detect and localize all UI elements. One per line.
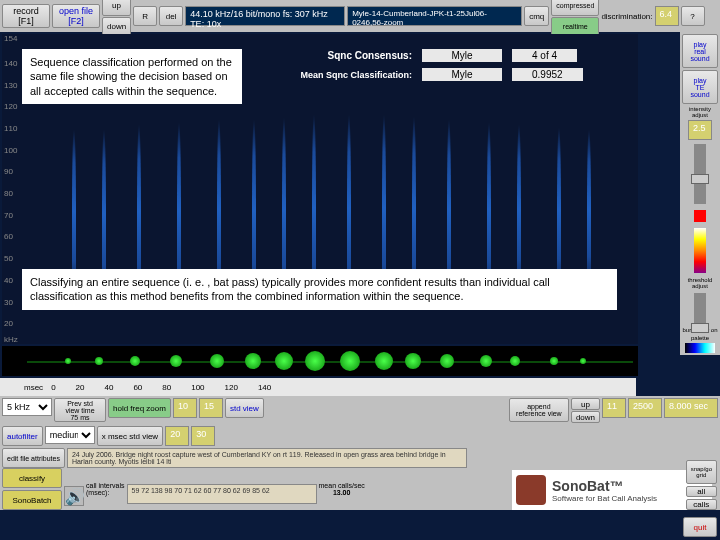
mean-calls-value: 13.00 — [333, 489, 351, 496]
xax-tick: 60 — [133, 383, 142, 392]
record-button[interactable]: record [F1] — [2, 4, 50, 28]
mean-class-label: Mean Sqnc Classification: — [262, 70, 412, 80]
top-toolbar: record [F1] open file [F2] up down R del… — [0, 0, 720, 32]
mean-class-value: Myle — [422, 68, 502, 81]
append-ref-button[interactable]: append reference view — [509, 398, 569, 422]
medium-select[interactable]: medium — [45, 426, 95, 444]
pulse — [305, 351, 325, 371]
std-view-button[interactable]: std view — [225, 398, 264, 418]
call-intervals-value: 59 72 138 98 70 71 62 60 77 80 62 69 85 … — [127, 484, 317, 504]
compressed-button[interactable]: compressed — [551, 0, 599, 16]
pulse — [375, 352, 393, 370]
pulse — [245, 353, 261, 369]
annotation-2: Classifying an entire sequence (i. e. , … — [22, 269, 617, 310]
val-2500: 2500 — [628, 398, 662, 418]
pulse — [95, 357, 103, 365]
cmq-button[interactable]: cmq — [524, 6, 549, 26]
spectrogram[interactable]: 154 140 130 120 110 100 90 80 70 60 50 4… — [2, 34, 638, 344]
threshold-colorbar — [694, 228, 706, 273]
pulse — [210, 354, 224, 368]
file-attributes: 24 July 2006. Bridge night roost capture… — [67, 448, 467, 468]
calls-button[interactable]: calls — [686, 499, 717, 510]
up2-button[interactable]: up — [571, 398, 600, 410]
y-axis: 154 140 130 120 110 100 90 80 70 60 50 4… — [2, 34, 24, 344]
val-30[interactable]: 30 — [191, 426, 215, 446]
sqnc-consensus-value: Myle — [422, 49, 502, 62]
discrim-value: 6.4 — [655, 6, 679, 26]
x-axis: msec 0 20 40 60 80 100 120 140 — [0, 378, 636, 396]
speaker-icon[interactable]: 🔊 — [64, 486, 84, 506]
val-20[interactable]: 20 — [165, 426, 189, 446]
palette-label: palette — [682, 335, 718, 341]
sonobat-icon — [516, 475, 546, 505]
val-15[interactable]: 15 — [199, 398, 223, 418]
yax-tick: 140 — [4, 59, 17, 68]
sonobat-tagline: Software for Bat Call Analysis — [552, 494, 657, 503]
yax-tick: 20 — [4, 319, 13, 328]
help-button[interactable]: ? — [681, 6, 705, 26]
xax-tick: 120 — [225, 383, 238, 392]
pulse — [440, 354, 454, 368]
up-button[interactable]: up — [102, 0, 131, 16]
pulse — [580, 358, 586, 364]
pulse — [65, 358, 71, 364]
xax-tick: 80 — [162, 383, 171, 392]
bottom-toolbar-1: 5 kHz Prev std view time 75 ms hold freq… — [0, 396, 720, 426]
sqnc-consensus-count: 4 of 4 — [512, 49, 577, 62]
bat-call — [557, 127, 561, 292]
del-button[interactable]: del — [159, 6, 183, 26]
pulse — [405, 353, 421, 369]
open-file-button[interactable]: open file [F2] — [52, 4, 100, 28]
mean-calls-label: mean calls/sec — [319, 482, 365, 489]
val-10[interactable]: 10 — [173, 398, 197, 418]
sonobat-name: SonoBat™ — [552, 478, 657, 494]
yax-tick: 30 — [4, 298, 13, 307]
pulse — [275, 352, 293, 370]
yax-tick: 110 — [4, 124, 17, 133]
amplitude-view[interactable] — [2, 346, 638, 376]
classify-button[interactable]: classify — [2, 468, 62, 488]
down2-button[interactable]: down — [571, 411, 600, 423]
intensity-slider[interactable] — [694, 144, 706, 204]
discrim-label: discrimination: — [601, 12, 652, 21]
xax-tick: 0 — [51, 383, 55, 392]
yax-tick: 90 — [4, 167, 13, 176]
red-marker — [694, 210, 706, 222]
yax-tick: 100 — [4, 146, 17, 155]
pulse — [170, 355, 182, 367]
autofilter-button[interactable]: autofilter — [2, 426, 43, 446]
play-real-button[interactable]: play real sound — [682, 34, 718, 68]
prev-view-button[interactable]: Prev std view time 75 ms — [54, 398, 106, 422]
right-sidebar: play real sound play TE sound intensity … — [680, 32, 720, 355]
xax-unit: msec — [24, 383, 43, 392]
yax-tick: 40 — [4, 276, 13, 285]
yax-tick: 130 — [4, 81, 17, 90]
r-button[interactable]: R — [133, 6, 157, 26]
msec-std-button[interactable]: x msec std view — [97, 426, 163, 446]
xax-tick: 20 — [76, 383, 85, 392]
sonobatch-button[interactable]: SonoBatch — [2, 490, 62, 510]
xax-tick: 40 — [104, 383, 113, 392]
threshold-slider[interactable] — [694, 293, 706, 323]
intensity-label: intensity adjust — [682, 106, 718, 118]
hold-freq-button[interactable]: hold freq zoom — [108, 398, 171, 418]
bottom-toolbar-2: edit file attributes 24 July 2006. Bridg… — [0, 446, 720, 466]
pulse — [340, 351, 360, 371]
pulse — [550, 357, 558, 365]
all-button[interactable]: all — [686, 486, 717, 497]
palette-bar[interactable] — [685, 343, 715, 353]
pulse — [480, 355, 492, 367]
quit-button[interactable]: quit — [683, 517, 717, 537]
classification-panel: Sqnc Consensus: Myle 4 of 4 Mean Sqnc Cl… — [262, 49, 632, 81]
intensity-value: 2.5 — [688, 120, 712, 140]
annotation-1: Sequence classification performed on the… — [22, 49, 242, 104]
khz-select[interactable]: 5 kHz — [2, 398, 52, 416]
yax-tick: 60 — [4, 232, 13, 241]
edit-attr-button[interactable]: edit file attributes — [2, 448, 65, 468]
yax-tick: 70 — [4, 211, 13, 220]
play-te-button[interactable]: play TE sound — [682, 70, 718, 104]
grid-button[interactable]: snap/go grid — [686, 460, 717, 484]
pulse — [130, 356, 140, 366]
filename: Myle-14-Cumberland-JPK-t1-25Jul06-0246,5… — [347, 6, 522, 26]
yax-tick: 80 — [4, 189, 13, 198]
